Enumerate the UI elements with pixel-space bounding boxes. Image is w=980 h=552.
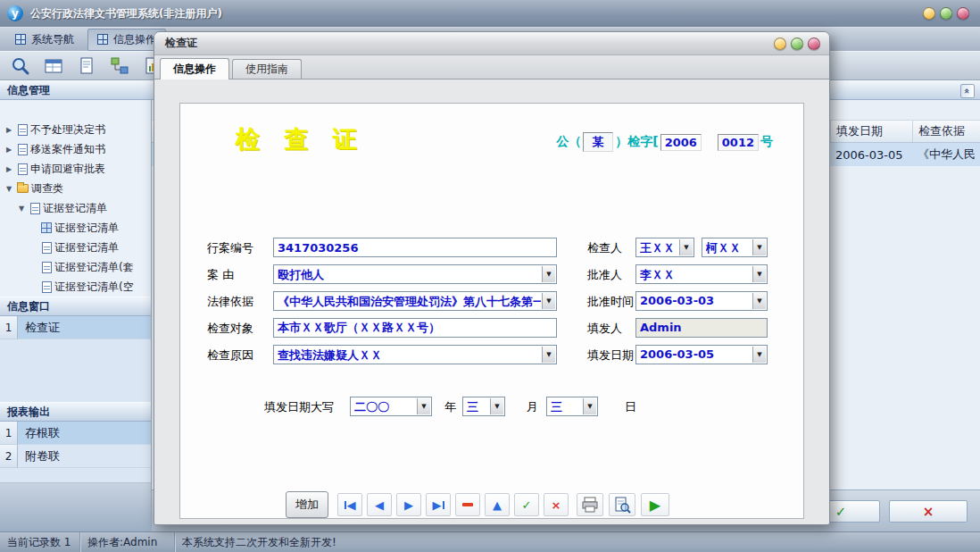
dropdown-arrow-icon[interactable]: ▼ bbox=[752, 239, 766, 255]
next-record-button[interactable]: ▶ bbox=[396, 493, 421, 516]
issue-date-label: 填发日期 bbox=[587, 347, 634, 364]
approve-time-select[interactable]: 2006-03-03 ▼ bbox=[635, 291, 768, 311]
dialog-tab-info[interactable]: 信息操作 bbox=[160, 58, 229, 79]
dropdown-arrow-icon[interactable]: ▼ bbox=[542, 293, 555, 309]
list-item[interactable]: 2 附卷联 bbox=[0, 445, 151, 468]
tab-system-nav[interactable]: 系统导航 bbox=[5, 29, 84, 51]
year-cn-select[interactable]: 二〇〇 ▼ bbox=[350, 397, 432, 416]
cross-icon: × bbox=[552, 498, 561, 512]
inspection-form: 检 查 证 公（ 某 ）检字[ 2006 0012 号 行案编号 检查人 王ＸＸ… bbox=[179, 103, 804, 519]
inspector2-select[interactable]: 柯ＸＸ ▼ bbox=[702, 238, 768, 257]
collapse-node-icon[interactable]: ▼ bbox=[6, 185, 16, 193]
dialog-minimize-button[interactable] bbox=[774, 38, 786, 50]
doc-no-year-field[interactable]: 2006 bbox=[660, 134, 702, 151]
day-cn-select[interactable]: 三 ▼ bbox=[546, 397, 598, 416]
tree-item[interactable]: 证据登记清单(空 bbox=[0, 277, 151, 297]
edit-record-button[interactable]: ▲ bbox=[485, 493, 510, 516]
close-button[interactable] bbox=[957, 7, 969, 20]
document-icon bbox=[18, 124, 28, 136]
tree-item[interactable]: ▶ 不予处理决定书 bbox=[0, 120, 151, 139]
dropdown-arrow-icon[interactable]: ▼ bbox=[542, 266, 555, 282]
search-icon bbox=[10, 55, 31, 77]
post-record-button[interactable]: ✓ bbox=[514, 493, 539, 516]
dropdown-arrow-icon[interactable]: ▼ bbox=[679, 239, 693, 255]
expand-icon[interactable]: ▶ bbox=[6, 165, 16, 173]
expand-icon[interactable]: ▶ bbox=[6, 126, 16, 134]
dropdown-arrow-icon[interactable]: ▼ bbox=[752, 347, 766, 363]
last-record-button[interactable]: ▶ bbox=[426, 493, 451, 516]
list-item[interactable]: 1 存根联 bbox=[0, 422, 151, 445]
issuer-field: Admin bbox=[635, 318, 768, 338]
tree-item[interactable]: 证据登记清单 bbox=[0, 238, 151, 257]
expand-icon[interactable]: ▶ bbox=[6, 146, 16, 154]
tree-item-label: 申请回避审批表 bbox=[28, 162, 105, 177]
tree-item[interactable]: 证据登记清单 bbox=[0, 218, 151, 238]
maximize-button[interactable] bbox=[940, 7, 952, 20]
approver-value: 李ＸＸ bbox=[640, 267, 752, 283]
add-button[interactable]: 增加 bbox=[286, 491, 328, 518]
minus-icon bbox=[462, 503, 473, 506]
table-view-button[interactable] bbox=[40, 54, 67, 79]
collapse-panel-button[interactable]: « bbox=[960, 84, 975, 98]
preview-icon bbox=[613, 496, 631, 514]
dialog-tabbar: 信息操作 使用指南 bbox=[154, 55, 829, 79]
dropdown-arrow-icon[interactable]: ▼ bbox=[542, 347, 555, 363]
tree-item[interactable]: 证据登记清单(套 bbox=[0, 257, 151, 277]
dropdown-arrow-icon[interactable]: ▼ bbox=[490, 398, 503, 414]
case-no-label: 行案编号 bbox=[207, 240, 253, 256]
cancel-record-button[interactable]: × bbox=[544, 493, 569, 516]
list-item-label: 检查证 bbox=[18, 316, 151, 339]
doc-no-org-field[interactable]: 某 bbox=[583, 132, 613, 152]
document-button[interactable] bbox=[73, 54, 100, 79]
workflow-button[interactable] bbox=[106, 54, 133, 79]
tree-item[interactable]: ▶ 移送案件通知书 bbox=[0, 139, 151, 159]
dropdown-arrow-icon[interactable]: ▼ bbox=[752, 293, 766, 309]
dialog-titlebar[interactable]: 检查证 bbox=[154, 32, 829, 55]
status-message: 本系统支持二次开发和全新开发! bbox=[175, 532, 980, 552]
dialog-close-button[interactable] bbox=[808, 38, 820, 50]
list-item[interactable]: 1 检查证 bbox=[0, 316, 151, 339]
dialog-controls bbox=[774, 38, 820, 50]
dropdown-arrow-icon[interactable]: ▼ bbox=[583, 398, 596, 414]
dialog-tab-guide[interactable]: 使用指南 bbox=[232, 59, 302, 79]
run-report-button[interactable]: ▶ bbox=[641, 493, 669, 516]
tree-item[interactable]: ▶ 申请回避审批表 bbox=[0, 159, 151, 179]
print-button[interactable] bbox=[577, 493, 603, 516]
reason-select[interactable]: 查找违法嫌疑人ＸＸ ▼ bbox=[273, 345, 557, 364]
dialog-maximize-button[interactable] bbox=[791, 38, 803, 50]
document-icon bbox=[76, 55, 97, 77]
dropdown-arrow-icon[interactable]: ▼ bbox=[752, 266, 766, 282]
case-no-input[interactable] bbox=[273, 238, 557, 257]
prev-record-button[interactable]: ◀ bbox=[367, 493, 392, 516]
issue-date-select[interactable]: 2006-03-05 ▼ bbox=[635, 345, 768, 364]
tab-system-nav-label: 系统导航 bbox=[31, 32, 74, 47]
tree-item[interactable]: ▼ 证据登记清单 bbox=[0, 198, 151, 218]
year-cn-value: 二〇〇 bbox=[354, 399, 416, 415]
target-input[interactable] bbox=[273, 318, 557, 338]
tree-item-folder[interactable]: ▼ 调查类 bbox=[0, 179, 151, 198]
approver-select[interactable]: 李ＸＸ ▼ bbox=[635, 264, 768, 284]
legal-basis-select[interactable]: 《中华人民共和国治安管理处罚法》第八十七条第一款 ▼ bbox=[273, 291, 557, 311]
print-preview-button[interactable] bbox=[609, 493, 635, 516]
report-output-header: 报表输出 bbox=[0, 402, 151, 422]
collapse-node-icon[interactable]: ▼ bbox=[19, 205, 29, 213]
minimize-button[interactable] bbox=[923, 7, 935, 20]
search-button[interactable] bbox=[7, 54, 34, 79]
application-window: y 公安行政法律文书管理系统(非注册用户) 系统导航 信息操作 bbox=[0, 0, 980, 552]
cause-select[interactable]: 殴打他人 ▼ bbox=[273, 264, 557, 284]
month-unit-label: 月 bbox=[527, 399, 538, 415]
inspector1-select[interactable]: 王ＸＸ ▼ bbox=[635, 238, 694, 257]
doc-no-serial-field[interactable]: 0012 bbox=[718, 134, 759, 151]
dropdown-arrow-icon[interactable]: ▼ bbox=[417, 398, 430, 414]
doc-no-mid: ）检字[ bbox=[615, 134, 658, 150]
column-header-basis[interactable]: 检查依据 bbox=[912, 121, 980, 142]
first-record-button[interactable]: ◀ bbox=[337, 493, 362, 516]
tree-item-label: 证据登记清单(空 bbox=[52, 280, 134, 295]
month-cn-select[interactable]: 三 ▼ bbox=[462, 397, 505, 416]
last-record-icon bbox=[443, 501, 444, 509]
column-header-date[interactable]: 填发日期 bbox=[830, 121, 910, 142]
window-titlebar[interactable]: y 公安行政法律文书管理系统(非注册用户) bbox=[0, 0, 980, 27]
cancel-button[interactable]: × bbox=[889, 500, 968, 523]
arrow-left-icon: ◀ bbox=[375, 498, 384, 512]
delete-record-button[interactable] bbox=[455, 493, 480, 516]
